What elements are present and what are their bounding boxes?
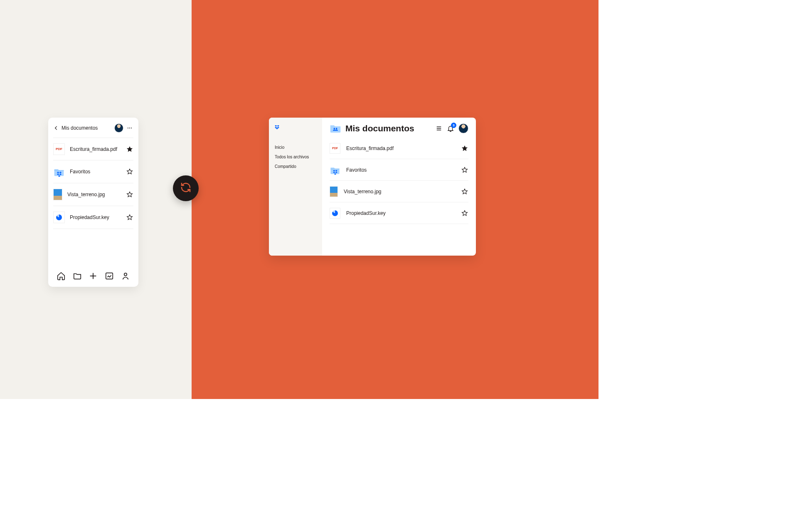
star-outline-icon[interactable] [461,209,468,217]
keynote-icon [53,212,65,223]
bell-notification-icon[interactable]: 3 [447,125,454,132]
file-row[interactable]: Favoritos [330,159,468,181]
file-row[interactable]: Favoritos [53,160,133,183]
file-row[interactable]: PropiedadSur.key [53,206,133,229]
desktop-app-card: Inicio Todos los archivos Compartido Mis… [269,118,476,256]
avatar[interactable] [458,123,468,133]
main-content: Mis documentos 3 PDF Escritura_firmada.p… [322,118,476,256]
image-thumbnail-icon [330,186,338,197]
pdf-icon: PDF [330,143,340,154]
svg-point-2 [131,128,132,128]
main-header: Mis documentos 3 [330,123,468,133]
list-view-icon[interactable] [435,125,443,132]
sync-arrows-icon [180,181,192,195]
file-row[interactable]: Vista_terreno.jpg [330,181,468,202]
sidebar-nav: Inicio Todos los archivos Compartido [275,145,316,169]
avatar[interactable] [114,123,123,133]
svg-point-0 [128,128,128,128]
star-icon[interactable] [461,145,468,152]
svg-point-6 [124,273,126,276]
back-chevron-icon[interactable] [53,125,59,131]
mobile-file-list: PDF Escritura_firmada.pdf Favoritos Vist… [48,138,138,268]
file-name: Escritura_firmada.pdf [70,146,121,152]
svg-point-8 [336,128,337,130]
image-thumbnail-icon [53,189,62,200]
mobile-title: Mis documentos [62,125,112,131]
file-name: PropiedadSur.key [346,210,455,216]
sync-badge [173,175,199,201]
star-icon[interactable] [126,145,133,153]
shared-folder-icon [330,123,341,133]
file-row[interactable]: PDF Escritura_firmada.pdf [330,138,468,159]
star-outline-icon[interactable] [461,188,468,195]
star-outline-icon[interactable] [126,214,133,221]
add-plus-icon[interactable] [89,271,98,281]
file-name: Favoritos [346,167,455,173]
mobile-tabbar [48,268,138,287]
dropbox-logo-icon[interactable] [275,125,284,134]
file-row[interactable]: PDF Escritura_firmada.pdf [53,138,133,160]
dropbox-folder-icon [53,166,65,177]
file-row[interactable]: PropiedadSur.key [330,202,468,224]
home-icon[interactable] [57,271,66,281]
svg-rect-5 [106,273,113,279]
notification-count-badge: 3 [451,123,456,128]
files-folder-icon[interactable] [73,271,82,281]
file-name: Vista_terreno.jpg [344,189,455,195]
file-name: Favoritos [70,169,121,175]
sidebar-item-shared[interactable]: Compartido [275,164,316,169]
star-outline-icon[interactable] [126,191,133,198]
sidebar-item-home[interactable]: Inicio [275,145,316,150]
file-name: PropiedadSur.key [70,214,121,220]
page-title: Mis documentos [345,123,431,133]
mobile-app-card: Mis documentos PDF Escritura_firmada.pdf… [48,118,138,287]
svg-point-1 [129,128,130,128]
mobile-header: Mis documentos [48,118,138,138]
photos-icon[interactable] [105,271,114,281]
more-menu-icon[interactable] [126,125,133,131]
svg-point-7 [334,128,335,130]
star-outline-icon[interactable] [126,168,133,175]
pdf-icon: PDF [53,143,65,155]
star-outline-icon[interactable] [461,166,468,174]
desktop-file-list: PDF Escritura_firmada.pdf Favoritos Vist… [330,138,468,224]
sidebar-item-all-files[interactable]: Todos los archivos [275,155,316,159]
dropbox-folder-icon [330,165,340,175]
sidebar: Inicio Todos los archivos Compartido [269,118,322,256]
account-person-icon[interactable] [121,271,130,281]
file-name: Escritura_firmada.pdf [346,145,455,151]
keynote-icon [330,208,340,219]
file-name: Vista_terreno.jpg [67,192,121,197]
file-row[interactable]: Vista_terreno.jpg [53,183,133,206]
